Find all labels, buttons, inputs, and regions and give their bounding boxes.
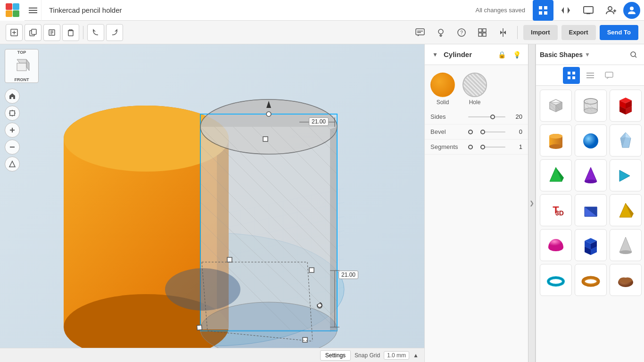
- svg-rect-16: [32, 29, 36, 34]
- shape-item-red-cube[interactable]: [610, 90, 642, 122]
- lightbulb-btn[interactable]: [432, 24, 449, 41]
- svg-marker-75: [330, 127, 337, 332]
- svg-rect-21: [68, 31, 73, 36]
- svg-rect-34: [483, 33, 486, 36]
- svg-rect-31: [479, 29, 482, 32]
- solid-option[interactable]: Solid: [430, 73, 455, 106]
- duplicate-btn[interactable]: [25, 24, 41, 41]
- bevel-slider-area: 0: [468, 128, 522, 135]
- lock-icon[interactable]: 🔒: [496, 49, 507, 60]
- shapes-dropdown-arrow[interactable]: ▼: [585, 51, 590, 58]
- send-button[interactable]: Send To: [600, 25, 638, 40]
- copy-btn[interactable]: [43, 24, 60, 41]
- shape-item-purple-cone[interactable]: [575, 159, 607, 191]
- svg-point-135: [549, 144, 562, 149]
- shape-item-brown-shape[interactable]: [610, 264, 642, 296]
- export-button[interactable]: Export: [561, 25, 596, 40]
- avatar[interactable]: [623, 2, 640, 19]
- zoom-out-btn[interactable]: [5, 140, 20, 155]
- comment-view-tab[interactable]: [601, 67, 618, 84]
- home-view-btn[interactable]: [5, 89, 20, 104]
- hole-option[interactable]: Hole: [462, 73, 487, 106]
- shape-item-gray-cone[interactable]: [610, 229, 642, 261]
- svg-marker-4: [561, 7, 564, 14]
- svg-rect-103: [586, 73, 594, 74]
- import-button[interactable]: Import: [523, 25, 557, 40]
- shape-item-green-pyramid[interactable]: [540, 159, 572, 191]
- tinkercad-logo[interactable]: [0, 0, 25, 21]
- shape-item-orange-cylinder[interactable]: [540, 124, 572, 156]
- shape-item-yellow-pyramid[interactable]: [610, 194, 642, 226]
- bevel-slider[interactable]: [480, 132, 505, 132]
- sim-view-btn[interactable]: [578, 0, 599, 21]
- shape-item-blue-sphere[interactable]: [575, 124, 607, 156]
- shape-item-wedge[interactable]: [575, 194, 607, 226]
- sides-slider[interactable]: [468, 116, 505, 117]
- add-user-btn[interactable]: [601, 0, 621, 21]
- shapes-grid: T 3D: [536, 86, 644, 362]
- list-view-tab[interactable]: [582, 67, 599, 84]
- collapse-handle[interactable]: ❯: [528, 44, 536, 362]
- annotation-btn[interactable]: ?: [453, 24, 470, 41]
- delete-btn[interactable]: [62, 24, 79, 41]
- grid-view-tab[interactable]: [563, 67, 580, 84]
- sides-slider-thumb[interactable]: [490, 115, 495, 119]
- shape-item-crystal[interactable]: [610, 124, 642, 156]
- settings-button[interactable]: Settings: [320, 350, 351, 361]
- code-view-btn[interactable]: [555, 0, 576, 21]
- shapes-library-panel: Basic Shapes ▼: [536, 44, 644, 362]
- shapes-panel-title: Basic Shapes: [540, 51, 583, 58]
- shape-item-half-sphere[interactable]: [540, 229, 572, 261]
- fit-view-btn[interactable]: [5, 106, 20, 121]
- mirror-btn[interactable]: [495, 24, 512, 41]
- svg-rect-84: [227, 257, 232, 262]
- bevel-value: 0: [509, 128, 522, 135]
- segments-value: 1: [509, 143, 522, 150]
- shape-item-box-hatched[interactable]: [540, 90, 572, 122]
- segments-label: Segments: [430, 143, 468, 150]
- visibility-icon[interactable]: 💡: [511, 49, 522, 60]
- svg-rect-7: [586, 13, 590, 14]
- segments-dot[interactable]: [468, 145, 473, 149]
- segments-slider-thumb[interactable]: [480, 145, 485, 149]
- undo-btn[interactable]: [87, 24, 104, 41]
- shape-item-donut[interactable]: [575, 264, 607, 296]
- shape-item-teal-arrow[interactable]: [610, 159, 642, 191]
- hole-label: Hole: [469, 99, 481, 106]
- shape-item-blue-box[interactable]: [575, 229, 607, 261]
- menu-icon[interactable]: [25, 0, 41, 21]
- shapes-search-btn[interactable]: [627, 48, 640, 61]
- comment-btn[interactable]: [412, 24, 429, 41]
- 3d-scene: workplane: [0, 44, 401, 362]
- snap-grid-btn[interactable]: [474, 24, 491, 41]
- shape-item-text3d[interactable]: T 3D: [540, 194, 572, 226]
- hole-circle: [462, 73, 487, 97]
- new-btn[interactable]: [6, 24, 23, 41]
- properties-panel: ▼ Cylinder 🔒 💡 Solid Hole Sides: [424, 44, 528, 362]
- bevel-dot[interactable]: [468, 130, 473, 134]
- grid-view-btn[interactable]: [533, 0, 553, 21]
- panel-collapse-btn[interactable]: ▼: [430, 50, 440, 59]
- toolbar-sep1: [83, 26, 83, 39]
- shape-item-cylinder-outline[interactable]: [575, 90, 607, 122]
- snap-grid-value[interactable]: 1.0 mm: [384, 351, 409, 360]
- svg-rect-32: [483, 29, 486, 32]
- svg-line-98: [635, 56, 636, 58]
- view-cube[interactable]: TOP FRONT: [5, 49, 39, 83]
- svg-marker-5: [568, 7, 570, 14]
- svg-rect-2: [539, 11, 542, 15]
- zoom-in-btn[interactable]: [5, 123, 20, 138]
- bevel-slider-thumb[interactable]: [480, 130, 485, 134]
- svg-marker-160: [619, 237, 632, 252]
- redo-btn[interactable]: [106, 24, 123, 41]
- svg-point-11: [630, 7, 634, 10]
- viewport[interactable]: TOP FRONT: [0, 44, 424, 362]
- perspective-btn[interactable]: [5, 156, 20, 172]
- project-title[interactable]: Tinkercad pencil holder: [41, 6, 468, 14]
- svg-rect-22: [416, 29, 424, 35]
- shapes-panel-header: Basic Shapes ▼: [536, 44, 644, 65]
- segments-slider[interactable]: [480, 147, 505, 148]
- snap-grid-arrow[interactable]: ▲: [413, 352, 419, 359]
- svg-point-79: [165, 268, 240, 311]
- shape-item-torus[interactable]: [540, 264, 572, 296]
